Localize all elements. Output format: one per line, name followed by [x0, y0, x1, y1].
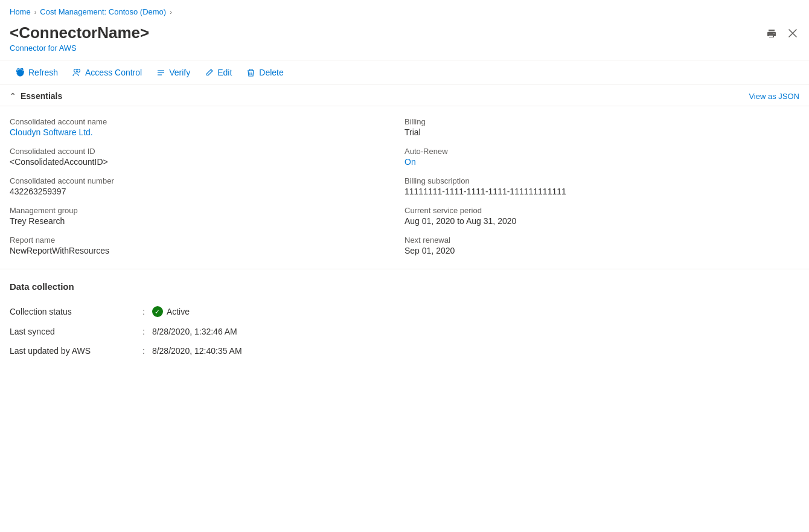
essentials-right: Billing Trial Auto-Renew On Billing subs… — [405, 114, 799, 261]
field-billing-subscription: Billing subscription 11111111-1111-1111-… — [405, 173, 799, 202]
field-auto-renew: Auto-Renew On — [405, 143, 799, 173]
field-management-group: Management group Trey Research — [10, 202, 405, 232]
field-consolidated-account-number: Consolidated account number 432263259397 — [10, 173, 405, 202]
dc-sep-0: : — [142, 307, 145, 316]
dc-value-text-last-updated-by-aws: 8/28/2020, 12:40:35 AM — [152, 346, 242, 356]
edit-button[interactable]: Edit — [199, 64, 238, 81]
title-icons — [764, 26, 799, 40]
breadcrumb-cost-management[interactable]: Cost Management: Contoso (Demo) — [40, 7, 166, 16]
verify-button[interactable]: Verify — [150, 64, 196, 81]
field-value-consolidated-account-name[interactable]: Cloudyn Software Ltd. — [10, 127, 93, 137]
view-json-link[interactable]: View as JSON — [749, 92, 799, 101]
dc-value-collection-status: ✓ Active — [152, 306, 190, 317]
edit-icon — [205, 68, 214, 77]
print-button[interactable] — [764, 26, 779, 40]
data-collection-section: Data collection Collection status : ✓ Ac… — [0, 269, 809, 370]
access-control-icon — [72, 68, 82, 77]
breadcrumb-home[interactable]: Home — [10, 7, 31, 16]
toolbar: Refresh Access Control Verify — [0, 60, 809, 85]
field-consolidated-account-id: Consolidated account ID <ConsolidatedAcc… — [10, 143, 405, 173]
field-value-billing-subscription: 11111111-1111-1111-1111-111111111111 — [405, 187, 799, 196]
verify-label: Verify — [169, 68, 190, 77]
field-label-consolidated-account-id: Consolidated account ID — [10, 147, 405, 156]
field-label-consolidated-account-number: Consolidated account number — [10, 176, 405, 185]
title-section: <ConnectorName> Connector for AWS — [0, 21, 809, 60]
essentials-title: ⌃ Essentials — [10, 91, 62, 101]
field-value-next-renewal: Sep 01, 2020 — [405, 246, 799, 255]
dc-value-text-last-synced: 8/28/2020, 1:32:46 AM — [152, 327, 237, 336]
edit-svg — [205, 68, 214, 77]
delete-label: Delete — [259, 68, 283, 77]
field-value-auto-renew: On — [405, 157, 799, 167]
breadcrumb-sep-1: › — [34, 8, 37, 16]
dc-sep-2: : — [142, 346, 145, 356]
svg-point-1 — [77, 69, 80, 72]
breadcrumb-sep-2: › — [170, 8, 172, 16]
close-icon — [788, 29, 797, 37]
page-subtitle: Connector for AWS — [10, 43, 799, 53]
edit-label: Edit — [217, 68, 232, 77]
field-value-report-name: NewReportWithResources — [10, 246, 405, 255]
field-label-auto-renew: Auto-Renew — [405, 147, 799, 156]
print-icon — [767, 28, 776, 38]
field-value-current-service-period: Aug 01, 2020 to Aug 31, 2020 — [405, 216, 799, 226]
field-next-renewal: Next renewal Sep 01, 2020 — [405, 232, 799, 261]
essentials-grid: Consolidated account name Cloudyn Softwa… — [0, 106, 809, 269]
essentials-chevron: ⌃ — [10, 92, 16, 100]
field-label-billing: Billing — [405, 117, 799, 126]
field-label-billing-subscription: Billing subscription — [405, 176, 799, 185]
field-label-consolidated-account-name: Consolidated account name — [10, 117, 405, 126]
field-label-current-service-period: Current service period — [405, 206, 799, 215]
essentials-left: Consolidated account name Cloudyn Softwa… — [10, 114, 405, 261]
dc-value-last-synced: 8/28/2020, 1:32:46 AM — [152, 327, 237, 336]
field-value-consolidated-account-id: <ConsolidatedAccountID> — [10, 157, 405, 167]
field-report-name: Report name NewReportWithResources — [10, 232, 405, 261]
svg-point-0 — [74, 69, 77, 72]
field-current-service-period: Current service period Aug 01, 2020 to A… — [405, 202, 799, 232]
subtitle-prefix: Connector for — [10, 43, 59, 53]
active-status-icon: ✓ — [152, 306, 163, 317]
access-control-button[interactable]: Access Control — [66, 64, 148, 81]
close-button[interactable] — [786, 27, 799, 40]
breadcrumb: Home › Cost Management: Contoso (Demo) › — [0, 0, 809, 21]
verify-svg — [156, 68, 165, 77]
access-control-svg — [72, 68, 82, 77]
dc-value-last-updated-by-aws: 8/28/2020, 12:40:35 AM — [152, 346, 242, 356]
dc-sep-1: : — [142, 327, 145, 336]
refresh-icon — [16, 68, 25, 77]
refresh-svg — [16, 68, 25, 77]
field-label-management-group: Management group — [10, 206, 405, 215]
verify-icon — [156, 68, 165, 77]
dc-row-last-updated-by-aws: Last updated by AWS : 8/28/2020, 12:40:3… — [10, 341, 799, 361]
field-billing: Billing Trial — [405, 114, 799, 143]
field-value-management-group: Trey Research — [10, 216, 405, 226]
essentials-label: Essentials — [21, 91, 62, 101]
field-label-next-renewal: Next renewal — [405, 236, 799, 245]
delete-button[interactable]: Delete — [240, 64, 289, 81]
dc-label-last-updated-by-aws: Last updated by AWS — [10, 346, 142, 356]
field-value-billing: Trial — [405, 127, 799, 137]
essentials-header: ⌃ Essentials View as JSON — [0, 85, 809, 106]
field-value-consolidated-account-number: 432263259397 — [10, 187, 405, 196]
access-control-label: Access Control — [85, 68, 142, 77]
delete-svg — [246, 68, 255, 77]
page: Home › Cost Management: Contoso (Demo) ›… — [0, 0, 809, 532]
subtitle-aws: AWS — [59, 43, 77, 53]
page-title: <ConnectorName> — [10, 24, 799, 42]
data-collection-title: Data collection — [10, 281, 799, 292]
dc-label-last-synced: Last synced — [10, 327, 142, 336]
field-label-report-name: Report name — [10, 236, 405, 245]
dc-row-last-synced: Last synced : 8/28/2020, 1:32:46 AM — [10, 322, 799, 341]
refresh-label: Refresh — [28, 68, 58, 77]
dc-label-collection-status: Collection status — [10, 307, 142, 316]
dc-row-collection-status: Collection status : ✓ Active — [10, 301, 799, 322]
dc-value-text-collection-status: Active — [167, 307, 190, 316]
refresh-button[interactable]: Refresh — [10, 64, 64, 81]
delete-icon — [246, 68, 255, 77]
field-consolidated-account-name: Consolidated account name Cloudyn Softwa… — [10, 114, 405, 143]
